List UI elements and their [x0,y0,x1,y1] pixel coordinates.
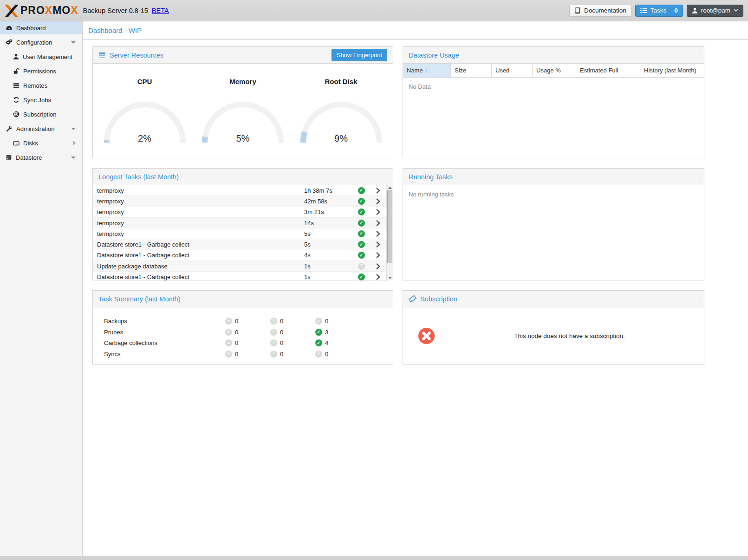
user-menu-button[interactable]: root@pam [687,5,743,17]
chevron-right-icon[interactable] [370,241,386,247]
error-count: 0 [235,329,238,336]
task-row[interactable]: Datastore store1 - Garbage collect 4s [93,250,386,261]
column-header-history[interactable]: History (last Month) [640,64,704,77]
task-status-icon [358,273,365,280]
ok-count-icon [315,318,322,325]
subscription-message: This node does not have a subscription. [435,332,704,339]
scroll-up-icon[interactable] [388,187,392,189]
chevron-right-icon[interactable] [73,141,76,145]
column-header-size[interactable]: Size [451,64,492,77]
task-duration: 42m 58s [304,198,353,205]
sidebar-item-subscription[interactable]: Subscription [0,108,82,121]
gauge-value: 5% [199,133,287,144]
warning-count-icon [270,351,277,358]
chevron-down-icon[interactable] [71,41,76,44]
task-row[interactable]: termproxy 5s [93,228,386,239]
main-content: Server Resources Show Fingerprint CPU 2% [83,40,748,555]
column-header-estimated-full[interactable]: Estimated Full [576,64,640,77]
chevron-down-icon[interactable] [71,156,76,159]
task-summary-title: Task Summary (last Month) [98,295,180,303]
task-name: termproxy [93,208,304,215]
sidebar: Dashboard Configuration User Management … [0,21,83,556]
no-running-tasks-text: No running tasks [403,185,704,203]
task-duration: 5s [304,241,353,248]
chevron-down-icon[interactable] [71,128,76,130]
tasks-button[interactable]: Tasks 0 [635,5,683,17]
chevron-right-icon[interactable] [370,263,386,269]
sidebar-item-configuration[interactable]: Configuration [0,36,82,49]
task-row[interactable]: termproxy 42m 58s [93,196,386,207]
top-bar: PROXMOX Backup Server 0.8-15 BETA Docume… [0,0,748,21]
red-cross-circle-icon [418,327,435,345]
scrollbar[interactable] [386,185,393,280]
warning-count: 0 [280,339,283,346]
sidebar-item-administration[interactable]: Administration [0,122,82,135]
scroll-down-icon[interactable] [388,277,392,279]
task-status-icon [358,263,365,270]
beta-link[interactable]: BETA [152,7,169,14]
sidebar-item-remotes[interactable]: Remotes [0,79,82,92]
warning-count-icon [270,339,277,346]
task-summary-panel: Task Summary (last Month) Backups 0 0 0 … [92,290,393,365]
subscription-title: Subscription [420,295,457,303]
task-duration: 1h 38m 7s [304,187,353,194]
task-name: Datastore store1 - Garbage collect [93,273,304,280]
sidebar-item-datastore[interactable]: Datastore [0,151,82,164]
documentation-button[interactable]: Documentation [569,5,631,17]
column-header-usage-pct[interactable]: Usage % [533,64,576,77]
task-status-icon [358,230,365,237]
sidebar-item-sync-jobs[interactable]: Sync Jobs [0,93,82,106]
sidebar-item-permissions[interactable]: Permissions [0,65,82,78]
chevron-right-icon[interactable] [370,220,386,226]
wrench-icon [6,125,13,132]
sidebar-item-user-management[interactable]: User Management [0,50,82,63]
ok-count: 3 [325,329,328,336]
task-name: termproxy [93,187,304,194]
task-row[interactable]: termproxy 14s [93,218,386,228]
chevron-right-icon[interactable] [370,188,386,194]
gauge-label: Memory [196,78,289,85]
error-count: 0 [235,339,238,346]
proxmox-x-icon [5,4,19,17]
user-icon [692,7,698,14]
sidebar-item-disks[interactable]: Disks [0,137,82,150]
longest-tasks-panel: Longest Tasks (last Month) termproxy 1h … [92,168,393,280]
running-tasks-panel: Running Tasks No running tasks [403,168,704,280]
longest-tasks-list: termproxy 1h 38m 7s termproxy 42m 58s [93,185,393,280]
datastore-usage-panel: Datastore Usage Name ↑ Size Used Usage %… [403,46,704,158]
task-name: termproxy [93,198,304,205]
subscription-body: This node does not have a subscription. [403,307,704,364]
show-fingerprint-button[interactable]: Show Fingerprint [332,49,387,61]
task-row[interactable]: Datastore store1 - Garbage collect 5s [93,239,386,250]
column-header-used[interactable]: Used [492,64,533,77]
task-status-icon [358,208,365,215]
summary-label: Garbage collections [104,339,225,346]
chevron-right-icon[interactable] [370,274,386,280]
task-duration: 14s [304,220,353,227]
error-count: 0 [235,318,238,325]
task-row[interactable]: termproxy 3m 21s [93,207,386,218]
sort-ascending-icon: ↑ [425,67,428,74]
sidebar-item-dashboard[interactable]: Dashboard [0,21,82,34]
summary-row: Garbage collections 0 0 4 [104,338,360,349]
chevron-right-icon[interactable] [370,252,386,258]
error-count-icon [225,329,232,336]
task-row[interactable]: Datastore store1 - Garbage collect 1s [93,272,386,280]
summary-row: Prunes 0 0 3 [104,327,360,338]
ok-count-icon [315,351,322,358]
task-duration: 4s [304,252,353,259]
column-header-name[interactable]: Name ↑ [403,64,451,77]
scrollbar-thumb[interactable] [387,190,392,263]
gauge-value: 2% [101,133,189,144]
tachometer-icon [6,25,13,32]
datastore-usage-title: Datastore Usage [409,52,459,59]
task-duration: 3m 21s [304,208,353,215]
task-name: Datastore store1 - Garbage collect [93,241,304,248]
resource-gauge: CPU 2% [98,78,191,145]
task-row[interactable]: Update package database 1s [93,261,386,272]
chevron-right-icon[interactable] [370,231,386,237]
task-row[interactable]: termproxy 1h 38m 7s [93,185,386,196]
chevron-right-icon[interactable] [370,198,386,204]
chevron-right-icon[interactable] [370,209,386,215]
warning-count: 0 [280,318,283,325]
